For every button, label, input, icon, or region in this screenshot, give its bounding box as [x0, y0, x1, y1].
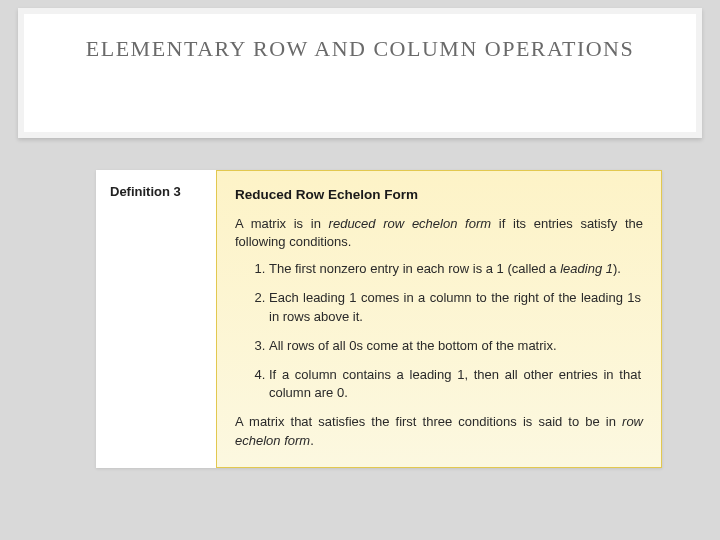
- intro-em: reduced row echelon form: [329, 216, 492, 231]
- cond-pre: Each leading 1 comes in a column to the …: [269, 290, 641, 324]
- condition-3: All rows of all 0s come at the bottom of…: [269, 337, 643, 356]
- cond-pre: If a column contains a leading 1, then a…: [269, 367, 641, 401]
- cond-post: ).: [613, 261, 621, 276]
- definition-label: Definition 3: [110, 184, 206, 199]
- intro-pre: A matrix is in: [235, 216, 329, 231]
- definition-block: Definition 3 Reduced Row Echelon Form A …: [96, 170, 662, 468]
- condition-2: Each leading 1 comes in a column to the …: [269, 289, 643, 327]
- condition-4: If a column contains a leading 1, then a…: [269, 366, 643, 404]
- condition-1: The first nonzero entry in each row is a…: [269, 260, 643, 279]
- definition-footer: A matrix that satisfies the first three …: [235, 413, 643, 451]
- definition-intro: A matrix is in reduced row echelon form …: [235, 215, 643, 253]
- definition-title: Reduced Row Echelon Form: [235, 185, 643, 205]
- conditions-list: The first nonzero entry in each row is a…: [235, 260, 643, 403]
- slide-title: ELEMENTARY ROW AND COLUMN OPERATIONS: [86, 36, 634, 62]
- title-card: ELEMENTARY ROW AND COLUMN OPERATIONS: [18, 8, 702, 138]
- cond-pre: All rows of all 0s come at the bottom of…: [269, 338, 557, 353]
- definition-label-column: Definition 3: [96, 170, 216, 468]
- cond-em: leading 1: [560, 261, 613, 276]
- footer-pre: A matrix that satisfies the first three …: [235, 414, 622, 429]
- definition-body: Reduced Row Echelon Form A matrix is in …: [216, 170, 662, 468]
- cond-pre: The first nonzero entry in each row is a…: [269, 261, 560, 276]
- footer-post: .: [310, 433, 314, 448]
